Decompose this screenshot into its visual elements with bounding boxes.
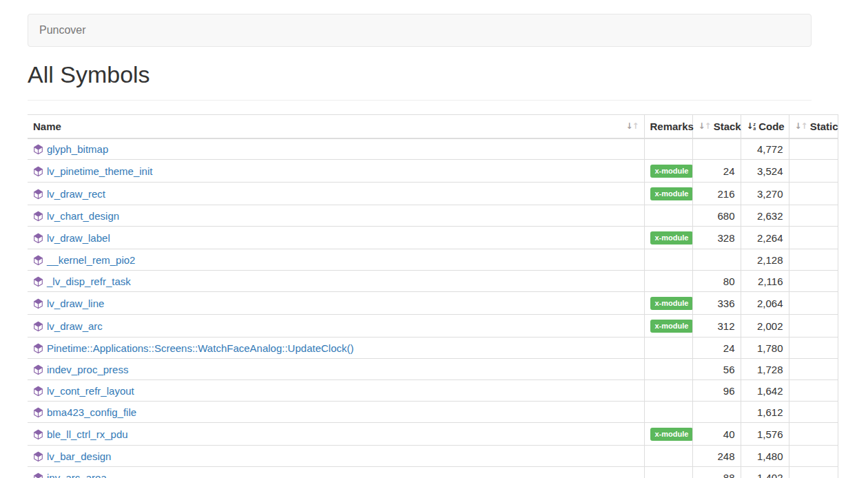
static-cell <box>789 271 838 292</box>
sort-up-down-icon[interactable]: ↓↑ <box>795 122 807 130</box>
name-cell: ble_ll_ctrl_rx_pdu <box>28 423 644 446</box>
static-cell <box>789 292 838 315</box>
name-cell: _lv_disp_refr_task <box>28 271 644 292</box>
column-label-stack: Stack <box>714 121 741 132</box>
name-cell: lv_chart_design <box>28 205 644 227</box>
table-row: bma423_config_file1,612 <box>28 402 838 423</box>
remarks-cell <box>644 467 692 478</box>
symbol-link[interactable]: lv_chart_design <box>47 210 119 222</box>
column-label-name: Name <box>33 121 61 132</box>
symbol-link[interactable]: indev_proc_press <box>47 364 128 375</box>
sort-descending-za-icon[interactable]: ↓za <box>747 122 756 130</box>
static-cell <box>789 446 838 467</box>
remarks-cell: x-module <box>644 315 692 337</box>
code-cell: 3,524 <box>741 160 789 183</box>
symbol-link[interactable]: _lv_disp_refr_task <box>47 276 131 287</box>
symbol-link[interactable]: lv_bar_design <box>47 450 111 462</box>
static-cell <box>789 359 838 380</box>
code-cell: 2,128 <box>741 249 789 271</box>
cube-icon <box>33 472 43 478</box>
x-module-badge: x-module <box>650 428 693 441</box>
symbol-link[interactable]: lv_draw_arc <box>47 320 103 332</box>
column-header-name[interactable]: Name ↓↑ <box>28 115 644 138</box>
cube-icon <box>33 166 43 177</box>
cube-icon <box>33 276 43 287</box>
static-cell <box>789 249 838 271</box>
stack-cell: 24 <box>692 160 741 183</box>
table-row: lv_draw_rectx-module2163,270 <box>28 183 838 205</box>
code-cell: 1,576 <box>741 423 789 446</box>
stack-cell <box>692 138 741 160</box>
sort-up-down-icon[interactable]: ↓↑ <box>626 122 638 130</box>
stack-cell: 24 <box>692 337 741 359</box>
cube-icon <box>33 451 43 462</box>
table-row: _lv_disp_refr_task802,116 <box>28 271 838 292</box>
column-label-remarks: Remarks <box>650 121 694 132</box>
table-header-row: Name ↓↑ Remarks ↓↑ Stack ↓za Cod <box>28 115 838 138</box>
name-cell: lv_draw_arc <box>28 315 644 337</box>
symbol-link[interactable]: lv_draw_label <box>47 232 110 244</box>
symbol-link[interactable]: lv_draw_rect <box>47 188 105 200</box>
remarks-cell <box>644 249 692 271</box>
symbol-link[interactable]: lv_cont_refr_layout <box>47 385 134 397</box>
symbol-link[interactable]: ble_ll_ctrl_rx_pdu <box>47 428 128 440</box>
remarks-cell <box>644 402 692 423</box>
column-header-stack[interactable]: ↓↑ Stack <box>692 115 741 138</box>
code-cell: 2,116 <box>741 271 789 292</box>
name-cell: lv_cont_refr_layout <box>28 380 644 402</box>
cube-icon <box>33 298 43 309</box>
table-row: glyph_bitmap4,772 <box>28 138 838 160</box>
table-row: lv_bar_design2481,480 <box>28 446 838 467</box>
remarks-cell <box>644 271 692 292</box>
name-cell: glyph_bitmap <box>28 138 644 160</box>
name-cell: lv_draw_label <box>28 227 644 249</box>
code-cell: 1,402 <box>741 467 789 478</box>
name-cell: lv_bar_design <box>28 446 644 467</box>
column-header-static[interactable]: ↓↑ Static <box>789 115 838 138</box>
stack-cell: 56 <box>692 359 741 380</box>
column-header-remarks: Remarks <box>644 115 692 138</box>
cube-icon <box>33 429 43 440</box>
table-row: lv_chart_design6802,632 <box>28 205 838 227</box>
table-row: lv_draw_linex-module3362,064 <box>28 292 838 315</box>
static-cell <box>789 380 838 402</box>
sort-up-down-icon[interactable]: ↓↑ <box>699 122 711 130</box>
symbol-link[interactable]: lv_draw_line <box>47 298 104 309</box>
remarks-cell <box>644 359 692 380</box>
static-cell <box>789 205 838 227</box>
name-cell: indev_proc_press <box>28 359 644 380</box>
stack-cell: 328 <box>692 227 741 249</box>
symbol-link[interactable]: glyph_bitmap <box>47 143 108 155</box>
cube-icon <box>33 233 43 244</box>
x-module-badge: x-module <box>650 165 693 178</box>
table-row: Pinetime::Applications::Screens::WatchFa… <box>28 337 838 359</box>
navbar-brand[interactable]: Puncover <box>28 24 97 37</box>
name-cell: inv_arc_area <box>28 467 644 478</box>
symbols-table-body: glyph_bitmap4,772lv_pinetime_theme_initx… <box>28 138 838 478</box>
name-cell: Pinetime::Applications::Screens::WatchFa… <box>28 337 644 359</box>
cube-icon <box>33 364 43 375</box>
x-module-badge: x-module <box>650 297 693 310</box>
symbol-link[interactable]: __kernel_rem_pio2 <box>47 254 135 266</box>
static-cell <box>789 183 838 205</box>
symbol-link[interactable]: Pinetime::Applications::Screens::WatchFa… <box>47 342 353 354</box>
stack-cell <box>692 249 741 271</box>
symbol-link[interactable]: inv_arc_area <box>47 472 107 478</box>
cube-icon <box>33 386 43 397</box>
symbol-link[interactable]: lv_pinetime_theme_init <box>47 165 152 177</box>
stack-cell: 680 <box>692 205 741 227</box>
table-row: indev_proc_press561,728 <box>28 359 838 380</box>
table-row: lv_pinetime_theme_initx-module243,524 <box>28 160 838 183</box>
name-cell: lv_draw_line <box>28 292 644 315</box>
symbol-link[interactable]: bma423_config_file <box>47 406 136 418</box>
cube-icon <box>33 144 43 155</box>
stack-cell: 216 <box>692 183 741 205</box>
navbar: Puncover <box>28 14 812 47</box>
code-cell: 4,772 <box>741 138 789 160</box>
stack-cell: 336 <box>692 292 741 315</box>
cube-icon <box>33 321 43 332</box>
column-header-code[interactable]: ↓za Code <box>741 115 789 138</box>
cube-icon <box>33 255 43 266</box>
remarks-cell: x-module <box>644 423 692 446</box>
name-cell: lv_draw_rect <box>28 183 644 205</box>
